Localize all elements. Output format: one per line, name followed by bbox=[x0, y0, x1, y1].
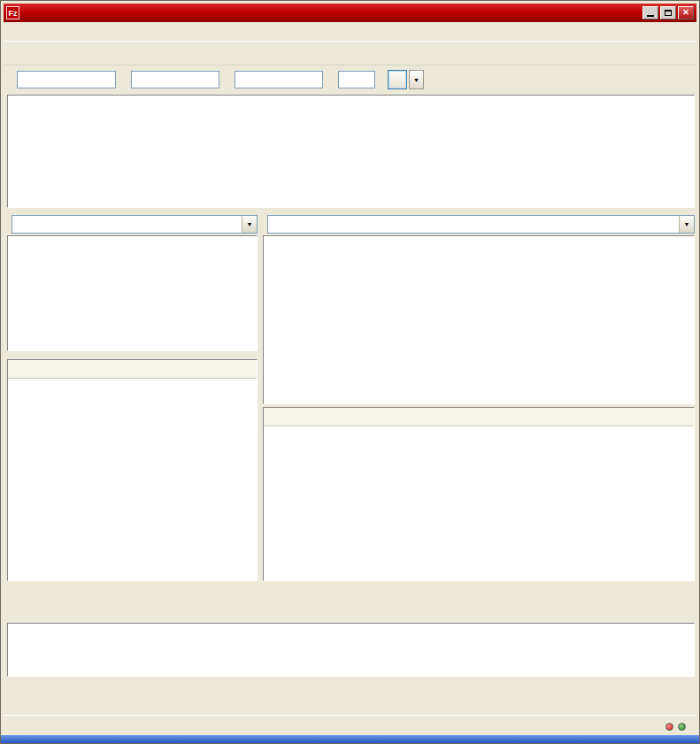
quickconnect-dropdown-button[interactable]: ▼ bbox=[409, 70, 424, 89]
local-site-combobox[interactable]: ▼ bbox=[12, 215, 258, 234]
chevron-down-icon[interactable]: ▼ bbox=[242, 216, 257, 233]
quickconnect-bar: ▼ bbox=[4, 65, 696, 94]
local-tree-list-splitter[interactable] bbox=[7, 351, 258, 359]
queue-horizontal-scrollbar[interactable] bbox=[7, 677, 695, 692]
status-bar bbox=[4, 715, 696, 737]
pane-splitter[interactable] bbox=[258, 213, 263, 581]
remote-site-combobox[interactable]: ▼ bbox=[267, 215, 695, 234]
remote-horizontal-scrollbar[interactable] bbox=[263, 581, 695, 596]
message-log bbox=[7, 95, 695, 208]
queue-body bbox=[8, 642, 694, 676]
local-file-list bbox=[7, 359, 258, 581]
titlebar[interactable]: Fz ✕ bbox=[4, 4, 696, 22]
host-input[interactable] bbox=[17, 71, 116, 88]
quickconnect-button[interactable] bbox=[388, 70, 407, 89]
status-led-green bbox=[678, 723, 686, 731]
remote-site-bar: ▼ bbox=[263, 213, 695, 234]
remote-directory-tree bbox=[263, 235, 695, 404]
maximize-icon bbox=[665, 10, 672, 16]
remote-tree-list-splitter[interactable] bbox=[263, 404, 695, 407]
local-directory-tree bbox=[7, 235, 258, 351]
username-input[interactable] bbox=[131, 71, 219, 88]
menubar bbox=[4, 22, 696, 42]
minimize-icon bbox=[647, 15, 654, 17]
status-led-red bbox=[665, 723, 673, 731]
transfer-queue bbox=[7, 623, 695, 677]
close-button[interactable]: ✕ bbox=[678, 6, 694, 19]
filezilla-window: Fz ✕ ▼ ▼ ▼ bbox=[0, 0, 700, 744]
maximize-button[interactable] bbox=[660, 6, 676, 19]
local-site-bar: ▼ bbox=[7, 213, 258, 234]
filezilla-logo-icon: Fz bbox=[6, 6, 19, 19]
password-input[interactable] bbox=[235, 71, 323, 88]
port-input[interactable] bbox=[338, 71, 375, 88]
remote-file-list bbox=[263, 407, 695, 581]
toolbar bbox=[4, 42, 696, 65]
taskbar-strip bbox=[1, 735, 699, 743]
chevron-down-icon[interactable]: ▼ bbox=[679, 216, 694, 233]
local-horizontal-scrollbar[interactable] bbox=[7, 581, 258, 596]
minimize-button[interactable] bbox=[642, 6, 658, 19]
queue-header bbox=[8, 624, 694, 642]
